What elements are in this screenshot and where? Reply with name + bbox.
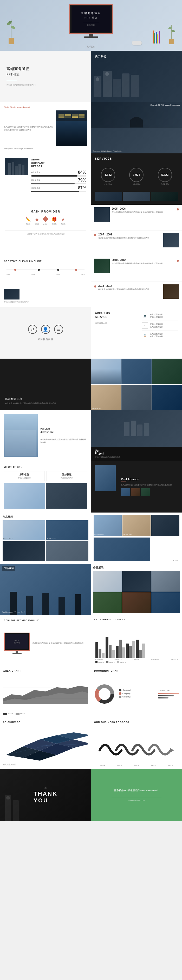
person-icon-center: 👤 xyxy=(41,325,50,334)
doughnut-title: DOUGHNUT CHART xyxy=(94,670,179,672)
slide-row-13: DESKTOP SERVICE MOCKUP 在此处添加内容 在此处添加内容在此… xyxy=(0,615,182,667)
provider-icon-star: ★ 在此处 xyxy=(61,217,65,226)
slide-examples: Example 02 With Image Placeholder Exampl… xyxy=(91,102,182,153)
slide-row-12: 作品展示 Paul Aderson · Vernon Ranft 作品展示 xyxy=(0,564,182,615)
slide2-title1: 高端商务通用 xyxy=(6,67,84,72)
slide-about-us-service: ABOUT USSERVICE 添加标题内容 💻 在此处添加内容在此处添加内容 … xyxy=(91,307,182,359)
shuffle-label: 添加标题内容 xyxy=(38,338,53,341)
provider-icon-diamond: 在此处 xyxy=(43,217,48,226)
we-are-awesome-title: We AreAwesome xyxy=(40,427,87,434)
desktop-mockup-title: DESKTOP SERVICE MOCKUP xyxy=(4,619,87,621)
clustered-title: CLUSTERED COLUMNS xyxy=(94,618,179,621)
service-num-2: 1,974 在此处添加 xyxy=(129,168,144,185)
slide-row-3: Right Single Image Layout 在此处添加内容在此处添加内容… xyxy=(0,102,182,153)
slide-we-are-awesome: We AreAwesome 在此处添加内容在此处添加内容在此处添加内容在此处添加… xyxy=(0,410,91,461)
paul-name: Paul Aderson xyxy=(121,477,178,481)
services-title: SERVICES xyxy=(95,157,178,160)
monitor-title-cn2: PPT 模板 xyxy=(84,16,98,19)
timeline-2005: 2005 - 2006 xyxy=(112,207,175,210)
add-content-label: 添加标题内容 xyxy=(5,397,86,401)
slide-desktop-mockup: DESKTOP SERVICE MOCKUP 在此处添加内容 在此处添加内容在此… xyxy=(0,615,91,667)
slide-main-provider: MAIN PROVIDER ✏️ 在此处 ◆ 在此处 在此处 🎁 在此处 xyxy=(0,205,91,256)
pencils-decoration xyxy=(153,29,160,43)
monitor-label: 某乐图库 xyxy=(87,24,95,27)
slide-row-10: ABOUT US 添加标题 在此处添加内容 添加标题 在此处添加内容 xyxy=(0,461,182,512)
service-num-1: 1,342 在此处添加 xyxy=(101,168,115,185)
area-chart-svg xyxy=(3,673,88,712)
about-company-title: ABOUTCOMPANYREPORT xyxy=(31,158,86,168)
slide-portfolio-3: 作品展示 Paul Aderson · Vernon Ranft xyxy=(0,564,91,615)
main-provider-title: MAIN PROVIDER xyxy=(31,210,60,213)
slide-paul-aderson: Paul Aderson 在此处添加内容在此处添加内容在此处添加内容在此处添加内… xyxy=(91,461,182,512)
slide-title-preview: 高端商务通用 PPT 模板 在此处添加内容在此处添加内容 xyxy=(0,51,91,102)
portfolio3-title: 作品展示 xyxy=(2,566,15,571)
slide-business-process: OUR BUSINESS PROCESS Step 1 Step 2 Step … xyxy=(91,718,182,769)
slide2-title2: PPT 模板 xyxy=(6,72,84,77)
slide-thank-you: 摄 THANKYOU 更多精品PPT模板请访问→sucat999.com！ ww… xyxy=(0,769,182,821)
stat-84: 84% xyxy=(78,170,86,175)
slide-about-company: ABOUTCOMPANYREPORT 在此处添加 84% 在此处添加 79% xyxy=(0,153,91,205)
slide-creative-timeline: CREATIVE CLEAN TIMELINE 2005 2007 2010 2… xyxy=(0,256,91,307)
watermark-text: www.sucai99.com xyxy=(128,799,145,802)
timeline-2010: 2010 - 2012 xyxy=(112,259,175,261)
slide-portfolio-4: 作品展示 xyxy=(91,564,182,615)
stat-87: 87% xyxy=(78,186,86,190)
about-us-title: ABOUT US xyxy=(4,465,87,469)
slide-timeline-2: 2010 - 2012 在此处添加内容在此处添加内容在此处添加内容在此处添加内容… xyxy=(91,256,182,307)
slide-our-project: OurProject 在此处添加内容在此处添加内容 xyxy=(91,410,182,461)
provider-icon-pen: ✏️ 在此处 xyxy=(25,217,31,226)
plant-left-decoration xyxy=(6,19,16,46)
business-process-title: OUR BUSINESS PROCESS xyxy=(94,721,179,724)
portfolio4-title: 作品展示 xyxy=(93,566,180,570)
slide-row-14: AREA CHART Chart 1 Chart 2 DOUGHNUT CHAR… xyxy=(0,667,182,718)
slide-3d-surface: 3D SURFACE xyxy=(0,718,91,769)
slide-row-8: 添加标题内容 在此处添加内容在此处添加内容在此处添加内容在此处添加内容 Paul… xyxy=(0,359,182,410)
slide2-sublabel: 在此处添加内容在此处添加内容 xyxy=(6,84,84,86)
provider-icon-gem: ◆ 在此处 xyxy=(35,217,39,226)
slide-row-6: CREATIVE CLEAN TIMELINE 2005 2007 2010 2… xyxy=(0,256,182,307)
slides-container: 高端商务通用 PPT 模板 某乐图库 xyxy=(0,0,182,821)
slide-row-5: MAIN PROVIDER ✏️ 在此处 ◆ 在此处 在此处 🎁 在此处 xyxy=(0,205,182,256)
service-icon-x: ✕ xyxy=(142,322,148,329)
monitor-title-cn: 高端商务通用 xyxy=(81,11,101,15)
thankyou-title: THANKYOU xyxy=(33,791,57,804)
timeline-2013: 2013 - 2017 xyxy=(98,285,161,287)
slide-row-4: ABOUTCOMPANYREPORT 在此处添加 84% 在此处添加 79% xyxy=(0,153,182,205)
portfolio1-title: 作品展示 xyxy=(3,515,89,519)
about-us-service-title: ABOUT USSERVICE xyxy=(95,311,139,319)
example02-label: Example 02 With Image Placeholder xyxy=(150,104,180,106)
slide-portfolio-2: Paul Aderson Vernon Ranft Ronald? xyxy=(91,512,182,564)
slide-right-single: Right Single Image Layout 在此处添加内容在此处添加内容… xyxy=(0,102,91,153)
slide-doughnut-chart: DOUGHNUT CHART Category 1 xyxy=(91,667,182,718)
service-icon-computer: 💻 xyxy=(142,313,148,319)
creative-timeline-title: CREATIVE CLEAN TIMELINE xyxy=(4,260,87,262)
3d-surface-title: 3D SURFACE xyxy=(3,721,88,724)
thankyou-photo-label: 摄 xyxy=(44,786,46,789)
mouse-decoration xyxy=(132,41,142,45)
3d-surface-svg xyxy=(3,725,88,762)
cover-watermark: 某乐图库 xyxy=(87,45,95,48)
example01-label: Example 01 With Image Placeholder xyxy=(4,148,87,150)
thankyou-right-text: 更多精品PPT模板请访问→sucat999.com！ xyxy=(114,789,159,792)
about-us-add-label: 添加标题内容 xyxy=(95,322,139,325)
slide2-about-label: 关于我们 xyxy=(95,55,106,58)
service-icon-book: 📋 xyxy=(142,332,148,338)
our-project-title: OurProject xyxy=(95,449,178,455)
slide-row-9: We AreAwesome 在此处添加内容在此处添加内容在此处添加内容在此处添加… xyxy=(0,410,182,461)
timeline-2007: 2007 - 2009 xyxy=(98,233,161,236)
slide-about-us: ABOUT US 添加标题 在此处添加内容 添加标题 在此处添加内容 xyxy=(0,461,91,512)
slide-photo-collage: Paul Aderson xyxy=(91,359,182,410)
business-process-svg xyxy=(94,726,179,764)
monitor-decoration: 高端商务通用 PPT 模板 某乐图库 xyxy=(69,4,113,38)
slide-add-content: 添加标题内容 在此处添加内容在此处添加内容在此处添加内容在此处添加内容 xyxy=(0,359,91,410)
donut-svg xyxy=(94,684,115,705)
slide-about-preview: 关于我们 xyxy=(91,51,182,102)
plant-right-decoration xyxy=(168,25,176,46)
slide-area-chart: AREA CHART Chart 1 Chart 2 xyxy=(0,667,91,718)
slide-timeline-1: 2005 - 2006 在此处添加内容在此处添加内容在此处添加内容在此处添加内容… xyxy=(91,205,182,256)
slide-row-15: 3D SURFACE xyxy=(0,718,182,769)
slide-portfolio-1: 作品展示 Vernon Ranft Paul Aderson xyxy=(0,512,91,564)
slide-clustered-columns: CLUSTERED COLUMNS xyxy=(91,615,182,667)
shuffle-icon-2: ☰ xyxy=(54,325,63,334)
provider-icon-gift: 🎁 在此处 xyxy=(52,217,57,226)
